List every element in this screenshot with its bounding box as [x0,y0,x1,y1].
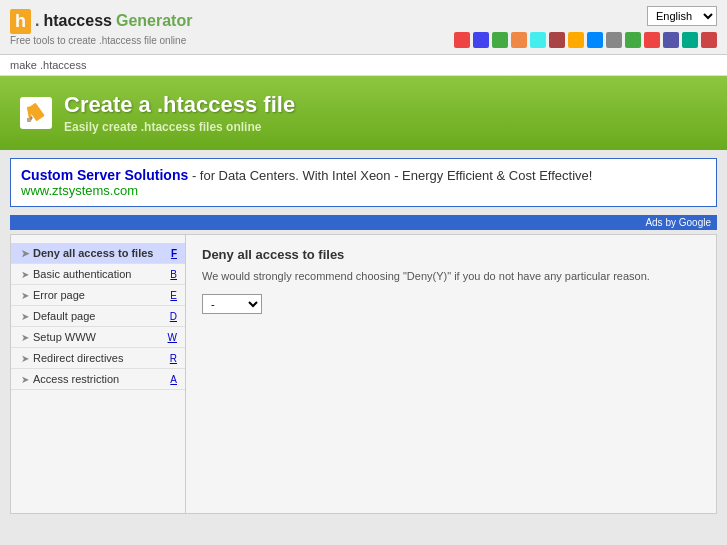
banner-text: Create a .htaccess file Easily create .h… [64,92,295,134]
deny-select[interactable]: - Y N [202,294,262,314]
sidebar-item-default-page[interactable]: ➤ Default page D [11,306,185,327]
sidebar-item-error-page[interactable]: ➤ Error page E [11,285,185,306]
ad-content: Custom Server Solutions - for Data Cente… [21,167,706,198]
main-area: ➤ Deny all access to files F ➤ Basic aut… [0,230,727,524]
sidebar-shortcut-basic-auth: B [170,269,177,280]
social-icon-13[interactable] [682,32,698,48]
social-icon-14[interactable] [701,32,717,48]
social-icon-3[interactable] [492,32,508,48]
banner-subtitle: Easily create .htaccess files online [64,120,295,134]
ad-main-link[interactable]: Custom Server Solutions [21,167,188,183]
banner-title: Create a .htaccess file [64,92,295,118]
ads-by-google-label: Ads by Google [645,217,711,228]
social-icon-8[interactable] [587,32,603,48]
sidebar-label-setup-www: Setup WWW [33,331,96,343]
social-icon-1[interactable] [454,32,470,48]
logo-area: h . htaccess Generator Free tools to cre… [10,9,192,46]
content-title: Deny all access to files [202,247,700,262]
ad-section: Custom Server Solutions - for Data Cente… [10,158,717,207]
header: h . htaccess Generator Free tools to cre… [0,0,727,55]
sidebar-item-setup-www[interactable]: ➤ Setup WWW W [11,327,185,348]
sidebar-item-basic-auth[interactable]: ➤ Basic authentication B [11,264,185,285]
social-icon-7[interactable] [568,32,584,48]
breadcrumb-link[interactable]: make .htaccess [10,59,86,71]
logo-dot: . [35,12,39,30]
pencil-icon [25,102,47,124]
breadcrumb: make .htaccess [0,55,727,76]
arrow-icon-default-page: ➤ [21,311,29,322]
social-icon-11[interactable] [644,32,660,48]
social-icon-4[interactable] [511,32,527,48]
sidebar-shortcut-access: A [170,374,177,385]
sidebar-shortcut-error-page: E [170,290,177,301]
sidebar-label-deny: Deny all access to files [33,247,153,259]
sidebar-label-redirect: Redirect directives [33,352,123,364]
social-icon-5[interactable] [530,32,546,48]
sidebar-shortcut-setup-www: W [168,332,177,343]
logo-generator: Generator [116,12,192,30]
banner: Create a .htaccess file Easily create .h… [0,76,727,150]
language-select[interactable]: English French German [647,6,717,26]
logo-subtitle: Free tools to create .htaccess file onli… [10,35,192,46]
ad-green-link[interactable]: www.ztsystems.com [21,183,138,198]
sidebar-label-basic-auth: Basic authentication [33,268,131,280]
social-icon-9[interactable] [606,32,622,48]
sidebar-shortcut-default-page: D [170,311,177,322]
content-panel: Deny all access to files We would strong… [185,234,717,514]
sidebar-label-error-page: Error page [33,289,85,301]
arrow-icon-access: ➤ [21,374,29,385]
sidebar-item-redirect[interactable]: ➤ Redirect directives R [11,348,185,369]
arrow-icon-setup-www: ➤ [21,332,29,343]
header-right: English French German [454,6,717,48]
arrow-icon-error-page: ➤ [21,290,29,301]
social-icon-10[interactable] [625,32,641,48]
ad-body-text: - for Data Centers. With Intel Xeon - En… [188,168,592,183]
sidebar-shortcut-redirect: R [170,353,177,364]
logo-htaccess: htaccess [43,12,112,30]
social-icon-12[interactable] [663,32,679,48]
arrow-icon-deny: ➤ [21,248,29,259]
content-description: We would strongly recommend choosing "De… [202,270,700,282]
social-icon-2[interactable] [473,32,489,48]
arrow-icon-basic-auth: ➤ [21,269,29,280]
social-icon-6[interactable] [549,32,565,48]
ad-bar: Ads by Google [10,215,717,230]
sidebar-label-default-page: Default page [33,310,95,322]
arrow-icon-redirect: ➤ [21,353,29,364]
logo-h-box: h [10,9,31,34]
sidebar-item-deny[interactable]: ➤ Deny all access to files F [11,243,185,264]
sidebar-item-access[interactable]: ➤ Access restriction A [11,369,185,390]
banner-icon [20,97,52,129]
icon-bar [454,32,717,48]
logo-title: h . htaccess Generator [10,9,192,34]
sidebar-shortcut-deny: F [171,248,177,259]
sidebar-label-access: Access restriction [33,373,119,385]
sidebar: ➤ Deny all access to files F ➤ Basic aut… [10,234,185,514]
